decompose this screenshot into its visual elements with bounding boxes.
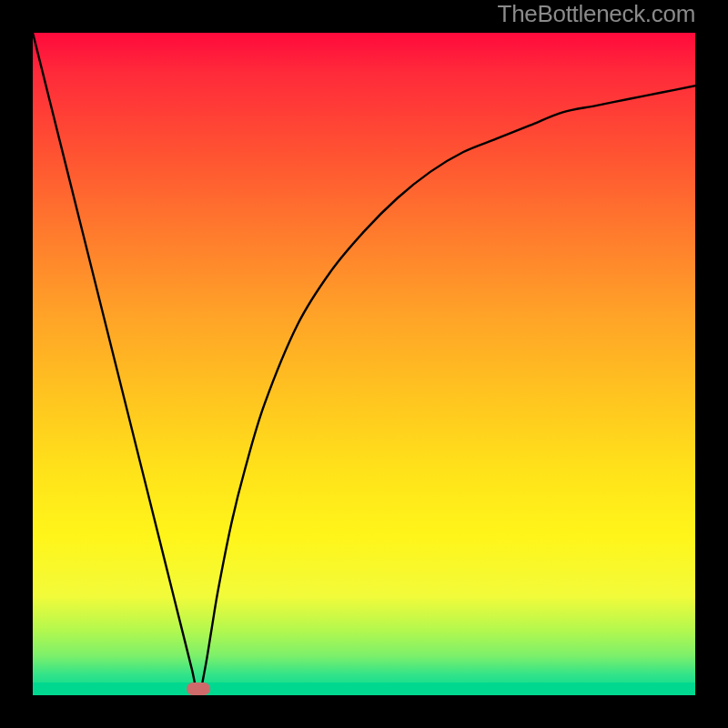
minimum-marker bbox=[187, 682, 210, 695]
chart-frame: TheBottleneck.com bbox=[0, 0, 728, 728]
curve-svg bbox=[33, 33, 695, 695]
plot-area bbox=[33, 33, 695, 695]
watermark-text: TheBottleneck.com bbox=[498, 0, 695, 28]
bottleneck-curve bbox=[33, 33, 695, 695]
